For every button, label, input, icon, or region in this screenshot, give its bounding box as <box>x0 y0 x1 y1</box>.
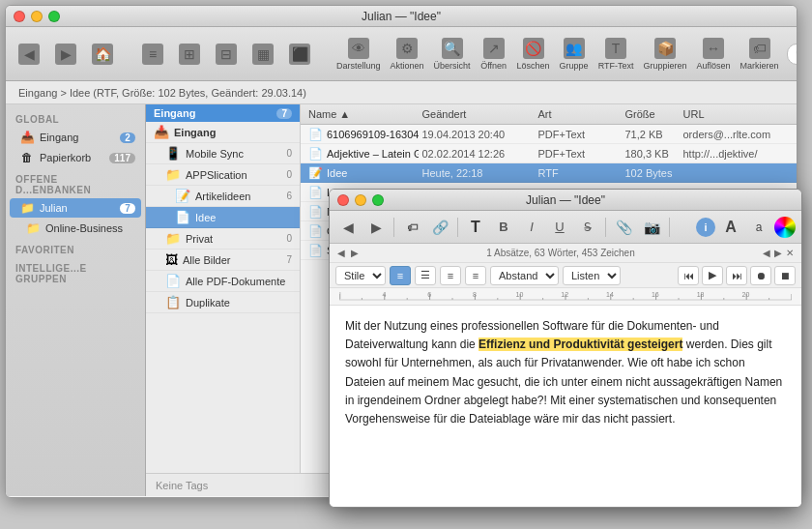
folder-panel: Eingang 7 📥 Eingang 📱 Mobile Sync 0 📁 <box>146 104 301 473</box>
gruppieren-button[interactable]: 📦 Gruppieren <box>639 31 690 77</box>
svg-text:20: 20 <box>742 291 750 298</box>
darstellung-button[interactable]: 👁 Darstellung <box>333 31 385 77</box>
rtf-minimize-button[interactable] <box>355 194 366 206</box>
markieren-label: Markieren <box>740 61 779 71</box>
rtf-playback-back[interactable]: ⏮ <box>678 266 699 285</box>
forward-button[interactable]: ▶ <box>48 31 83 77</box>
rtf-italic-icon[interactable]: I <box>519 216 544 239</box>
rtf-text-button[interactable]: T <box>463 216 488 239</box>
rtf-record[interactable]: ⏺ <box>750 266 771 285</box>
rtf-content-area[interactable]: Mit der Nutzung eines professionellen So… <box>330 306 801 507</box>
folder-idee-icon: 📄 <box>175 210 190 224</box>
url-col-label: URL <box>683 108 705 120</box>
sidebar-item-julian[interactable]: 📁 Julian 7 <box>10 198 141 218</box>
sidebar-item-eingang[interactable]: 📥 Eingang 2 <box>10 128 141 147</box>
rtf-nav-forward[interactable]: ▶ <box>363 216 389 239</box>
rtf-maximize-button[interactable] <box>372 194 384 206</box>
rtf-playback-forward[interactable]: ⏭ <box>726 266 747 285</box>
aktionen-button[interactable]: ⚙ Aktionen <box>387 31 428 77</box>
rtf-tag-button[interactable]: 🏷 <box>399 216 424 239</box>
rtf-link-button[interactable]: 🔗 <box>427 216 452 239</box>
folder-item-alle-bilder[interactable]: 🖼 Alle Bilder 7 <box>146 250 300 271</box>
sidebar-item-online-business[interactable]: 📁 Online-Business <box>15 219 141 238</box>
view-extra-button[interactable]: ⬛ <box>282 31 317 77</box>
markieren-button[interactable]: 🏷 Markieren <box>737 31 783 77</box>
rtf-next-btn[interactable]: ▶ <box>351 248 359 258</box>
rtf-sep-4 <box>669 218 670 237</box>
rtf-list-select[interactable]: Listen <box>563 266 621 285</box>
rtf-sep-2 <box>457 218 458 237</box>
back-button[interactable]: ◀ <box>12 31 46 77</box>
auflosen-icon: ↔ <box>703 38 724 59</box>
folder-item-privat[interactable]: 📁 Privat 0 <box>146 228 300 250</box>
gruppe-label: Gruppe <box>560 61 589 71</box>
rtf-font-size-small[interactable]: a <box>746 216 771 239</box>
rtf-align-left[interactable]: ≡ <box>390 266 411 285</box>
folder-item-alle-pdf[interactable]: 📄 Alle PDF-Dokumente <box>146 271 300 292</box>
rtf-prev-btn[interactable]: ◀ <box>337 248 345 258</box>
table-row[interactable]: 📄 6106969109-163045113-tickets.pdf 19.04… <box>301 125 797 144</box>
svg-text:8: 8 <box>473 291 477 298</box>
view-cover-button[interactable]: ▦ <box>246 31 280 77</box>
offnen-button[interactable]: ↗ Öffnen <box>477 31 511 77</box>
rtf-scroll-right[interactable]: ▶ <box>774 248 782 258</box>
file-changed: Heute, 22:18 <box>419 167 535 179</box>
svg-text:14: 14 <box>606 291 614 298</box>
rtf-icon: 📝 <box>308 166 323 180</box>
rtf-play[interactable]: ▶ <box>702 266 723 285</box>
folder-online-icon: 📁 <box>25 220 41 236</box>
gruppe-button[interactable]: 👥 Gruppe <box>556 31 593 77</box>
rtf-underline-icon[interactable]: U <box>547 216 572 239</box>
file-size: 102 Bytes <box>622 167 680 179</box>
loschen-button[interactable]: 🚫 Löschen <box>513 31 554 77</box>
search-box[interactable]: 🔍 Allem/Datenbank/Präf <box>787 44 798 65</box>
gruppieren-label: Gruppieren <box>643 61 686 71</box>
table-row[interactable]: 📝 Idee Heute, 22:18 RTF 102 Bytes <box>301 163 797 183</box>
window-title: Julian — "Idee" <box>362 10 441 23</box>
col-changed[interactable]: Geändert <box>419 106 535 122</box>
cover-icon: ▦ <box>252 44 274 65</box>
rtftext-button[interactable]: T RTF-Text <box>594 31 638 77</box>
rtf-font-size-large[interactable]: A <box>718 216 743 239</box>
rtf-align-justify[interactable]: ≡ <box>465 266 486 285</box>
home-button[interactable]: 🏠 <box>85 31 120 77</box>
table-row[interactable]: 📄 Adjektive – Latein Gram...eispielen | … <box>301 144 797 163</box>
folder-item-appslication[interactable]: 📁 APPSlication 0 <box>146 164 300 186</box>
col-type[interactable]: Art <box>535 106 622 122</box>
ubersicht-button[interactable]: 🔍 Übersicht <box>430 31 475 77</box>
rtf-style-select[interactable]: Stile <box>335 266 386 285</box>
folder-mobile-icon: 📱 <box>165 146 181 161</box>
folder-item-mobile-sync[interactable]: 📱 Mobile Sync 0 <box>146 143 300 164</box>
rtf-camera-button[interactable]: 📷 <box>639 216 664 239</box>
close-button[interactable] <box>14 11 25 22</box>
rtf-attach-button[interactable]: 📎 <box>611 216 636 239</box>
rtf-align-right[interactable]: ≡ <box>440 266 461 285</box>
view-list-button[interactable]: ≡ <box>135 31 170 77</box>
folder-item-idee[interactable]: 📄 Idee <box>146 207 300 228</box>
col-size[interactable]: Größe <box>622 106 680 122</box>
rtf-indent-select[interactable]: Abstand <box>490 266 559 285</box>
rtf-strikethrough-icon[interactable]: S̶ <box>575 216 600 239</box>
col-name[interactable]: Name ▲ <box>304 106 419 122</box>
col-url[interactable]: URL <box>680 106 794 122</box>
rtf-nav-back[interactable]: ◀ <box>335 216 361 239</box>
folder-item-artikelideen[interactable]: 📝 Artikelideen 6 <box>146 186 300 207</box>
rtf-align-center[interactable]: ☰ <box>415 266 436 285</box>
file-size: 71,2 KB <box>622 129 680 140</box>
rtf-info-button[interactable]: i <box>696 218 715 237</box>
view-grid-button[interactable]: ⊞ <box>172 31 207 77</box>
minimize-button[interactable] <box>31 11 43 22</box>
pdf-icon: 📄 <box>308 186 323 199</box>
auflosen-button[interactable]: ↔ Auflösen <box>693 31 735 77</box>
view-columns-button[interactable]: ⊟ <box>209 31 244 77</box>
rtf-close-button[interactable] <box>337 194 349 206</box>
sidebar-item-papierkorb[interactable]: 🗑 Papierkorb 117 <box>10 148 141 167</box>
rtf-scroll-left[interactable]: ◀ <box>763 248 770 258</box>
maximize-button[interactable] <box>48 11 60 22</box>
rtf-bold-icon[interactable]: B <box>491 216 516 239</box>
folder-item-eingang[interactable]: 📥 Eingang <box>146 122 300 143</box>
rtf-close-small[interactable]: ✕ <box>786 248 794 258</box>
rtf-stop[interactable]: ⏹ <box>774 266 796 285</box>
folder-item-duplikate[interactable]: 📋 Duplikate <box>146 292 300 313</box>
rtf-color-wheel[interactable] <box>774 217 796 238</box>
